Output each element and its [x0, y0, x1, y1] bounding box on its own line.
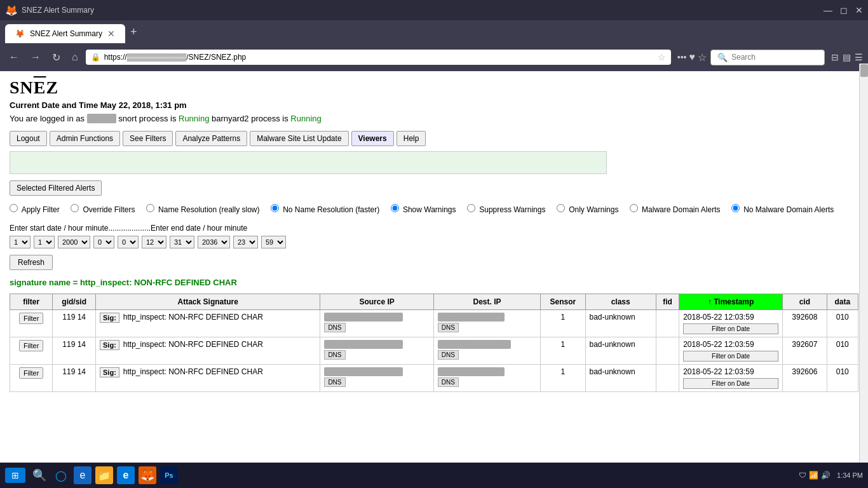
taskbar-ps-icon[interactable]: Ps	[160, 466, 178, 471]
only-warnings-radio-label[interactable]: Only Warnings	[557, 205, 621, 214]
end-hour-select[interactable]: 12	[142, 236, 166, 248]
row-data: 010	[827, 364, 858, 391]
name-resolution-slow-radio[interactable]	[146, 204, 154, 212]
end-min2-select[interactable]: 59	[261, 236, 286, 248]
start-button[interactable]: ⊞	[5, 468, 25, 471]
no-malware-domain-radio[interactable]	[731, 204, 740, 212]
refresh-button[interactable]: Refresh	[10, 255, 53, 270]
show-warnings-radio-label[interactable]: Show Warnings	[391, 205, 458, 214]
apply-filter-radio[interactable]	[10, 204, 18, 212]
source-dns-badge: DNS	[324, 323, 345, 332]
login-pre-text: You are logged in as	[10, 114, 87, 123]
filter-on-date-button[interactable]: Filter on Date	[683, 378, 778, 389]
viewers-button[interactable]: Viewers	[351, 131, 394, 146]
library-icon[interactable]: ⊟	[831, 52, 839, 62]
address-input[interactable]	[104, 53, 654, 62]
source-dns-badge: DNS	[324, 350, 345, 360]
table-row: Filter 119 14 Sig: http_inspect: NON-RFC…	[10, 364, 858, 391]
no-malware-domain-radio-label[interactable]: No Malware Domain Alerts	[731, 205, 834, 214]
taskbar-folder-icon[interactable]: 📁	[95, 466, 113, 471]
start-min1-select[interactable]: 0	[93, 236, 114, 248]
sig-text: http_inspect: NON-RFC DEFINED CHAR	[123, 340, 263, 349]
date-filter-label: Enter start date / hour minute..........…	[10, 224, 858, 233]
home-button[interactable]: ⌂	[68, 49, 82, 65]
row-fid	[656, 364, 679, 391]
login-status: You are logged in as ▒▒▒▒▒ snort process…	[10, 114, 858, 123]
no-name-resolution-radio-label[interactable]: No Name Resolution (faster)	[271, 205, 382, 214]
see-filters-button[interactable]: See Filters	[123, 131, 173, 146]
start-day-select[interactable]: 123	[10, 236, 31, 248]
new-tab-button[interactable]: +	[125, 25, 142, 39]
taskbar-edge-icon[interactable]: e	[117, 466, 135, 471]
malware-domain-radio-label[interactable]: Malware Domain Alerts	[630, 205, 722, 214]
apply-filter-radio-label[interactable]: Apply Filter	[10, 205, 62, 214]
selected-filtered-alerts-button[interactable]: Selected Filtered Alerts	[10, 180, 102, 196]
maximize-icon[interactable]: ◻	[840, 5, 848, 15]
barnyard-status: Running	[290, 114, 321, 123]
row-source-ip: 192.168.▒▒▒▒▒▒▒▒▒ DNS	[320, 337, 433, 364]
close-icon[interactable]: ✕	[855, 5, 863, 15]
row-data: 010	[827, 309, 858, 337]
start-min2-select[interactable]: 0	[118, 236, 139, 248]
start-year-select[interactable]: 20002001	[58, 236, 90, 248]
source-ip-value: 192.168.▒▒▒▒▒▒▒▒▒	[324, 313, 402, 322]
alerts-table: filter gid/sid Attack Signature Source I…	[10, 294, 858, 392]
taskbar-firefox-icon[interactable]: 🦊	[139, 466, 156, 471]
reload-button[interactable]: ↻	[48, 49, 64, 66]
malware-site-button[interactable]: Malware Site List Update	[250, 131, 348, 146]
show-warnings-radio[interactable]	[391, 204, 399, 212]
filter-on-date-button[interactable]: Filter on Date	[683, 351, 778, 362]
filter-on-date-button[interactable]: Filter on Date	[683, 323, 778, 334]
row-cid: 392607	[783, 337, 827, 364]
row-dest-ip: ▒▒▒.3.100.17.178:80 DNS	[433, 337, 540, 364]
suppress-warnings-radio-label[interactable]: Suppress Warnings	[467, 205, 548, 214]
tab-close-button[interactable]: ✕	[107, 29, 115, 39]
start-hour-select[interactable]: 12	[34, 236, 55, 248]
scrollbar-thumb[interactable]	[860, 64, 868, 77]
override-filters-radio-label[interactable]: Override Filters	[71, 205, 137, 214]
row-filter-button[interactable]: Filter	[19, 367, 43, 379]
scrollbar[interactable]	[859, 64, 868, 463]
help-button[interactable]: Help	[397, 131, 426, 146]
filter-options-group: Apply Filter Override Filters Name Resol…	[10, 203, 858, 217]
dest-dns-badge: DNS	[438, 377, 459, 387]
malware-domain-radio[interactable]	[630, 204, 638, 212]
end-min1-select[interactable]: 31	[170, 236, 194, 248]
active-tab[interactable]: 🦊 SNEZ Alert Summary ✕	[5, 24, 125, 43]
end-hour2-select[interactable]: 23	[233, 236, 258, 248]
sidebar-icon[interactable]: ▤	[843, 52, 851, 62]
analyze-patterns-button[interactable]: Analyze Patterns	[175, 131, 247, 146]
row-filter-button[interactable]: Filter	[19, 340, 43, 351]
only-warnings-radio[interactable]	[557, 204, 565, 212]
row-cid: 392608	[783, 309, 827, 337]
pocket-icon[interactable]: ♥	[689, 51, 696, 63]
logout-button[interactable]: Logout	[10, 131, 47, 146]
bookmark-icon[interactable]: ☆	[658, 52, 666, 62]
menu-icon[interactable]: ☰	[855, 52, 863, 62]
end-year-select[interactable]: 2036	[198, 236, 230, 248]
back-button[interactable]: ←	[5, 49, 23, 65]
more-menu-icon[interactable]: •••	[677, 52, 687, 62]
col-fid: fid	[656, 294, 679, 309]
taskbar-search-icon[interactable]: 🔍	[31, 466, 48, 471]
col-source-ip: Source IP	[320, 294, 433, 309]
snort-status: Running	[179, 114, 209, 123]
name-resolution-slow-radio-label[interactable]: Name Resolution (really slow)	[146, 205, 262, 214]
admin-functions-button[interactable]: Admin Functions	[50, 131, 120, 146]
table-row: Filter 119 14 Sig: http_inspect: NON-RFC…	[10, 337, 858, 364]
col-dest-ip: Dest. IP	[433, 294, 540, 309]
col-gid-sid: gid/sid	[53, 294, 96, 309]
taskbar-cortana-icon[interactable]: ◯	[52, 466, 70, 471]
search-input[interactable]	[731, 53, 808, 62]
col-class: class	[585, 294, 656, 309]
forward-button[interactable]: →	[27, 49, 44, 65]
row-source-ip: 192.168.▒▒▒▒▒▒▒▒▒ DNS	[320, 364, 433, 391]
row-filter-button[interactable]: Filter	[19, 313, 43, 324]
star-icon[interactable]: ☆	[698, 51, 707, 64]
taskbar-ie-icon[interactable]: e	[74, 466, 92, 471]
suppress-warnings-radio[interactable]	[467, 204, 475, 212]
no-name-resolution-radio[interactable]	[271, 204, 279, 212]
tab-favicon: 🦊	[15, 29, 25, 38]
override-filters-radio[interactable]	[71, 204, 79, 212]
minimize-icon[interactable]: —	[824, 5, 832, 15]
